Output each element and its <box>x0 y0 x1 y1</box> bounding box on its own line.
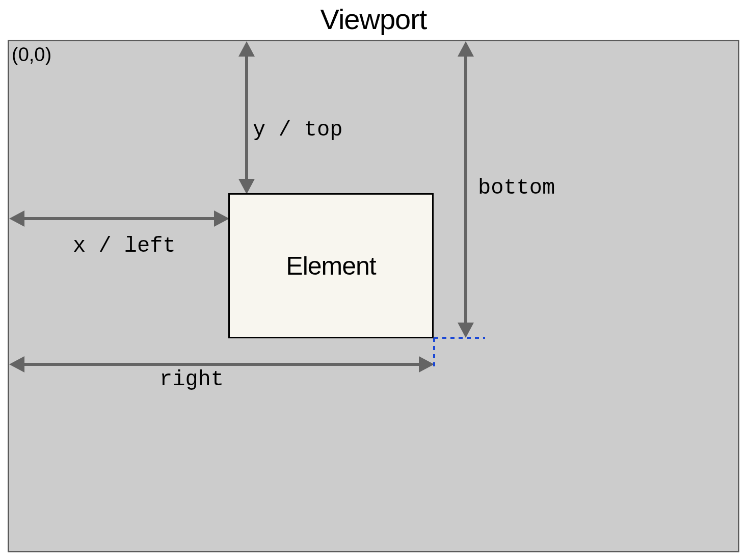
svg-marker-2 <box>238 179 255 194</box>
svg-marker-7 <box>458 41 474 57</box>
svg-marker-11 <box>419 356 434 372</box>
label-y-top: y / top <box>253 118 342 142</box>
svg-marker-4 <box>9 210 24 227</box>
element-box: Element <box>228 193 434 338</box>
label-bottom: bottom <box>478 176 555 200</box>
diagram-title: Viewport <box>321 3 427 36</box>
origin-label: (0,0) <box>12 44 51 66</box>
label-right: right <box>159 367 224 392</box>
svg-marker-1 <box>238 41 255 57</box>
dashed-guides <box>434 319 495 370</box>
arrow-x-left <box>9 206 229 231</box>
arrow-bottom <box>453 41 478 338</box>
svg-marker-10 <box>9 356 24 372</box>
element-label: Element <box>286 251 376 281</box>
svg-marker-5 <box>214 210 229 227</box>
viewport-box: (0,0) Element x / left y / top bottom ri… <box>8 40 739 552</box>
label-x-left: x / left <box>73 234 176 258</box>
